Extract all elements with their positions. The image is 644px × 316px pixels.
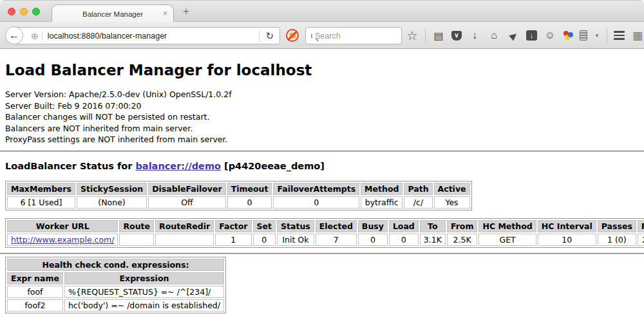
col-header: Status [277, 220, 314, 232]
col-header: Method [361, 183, 402, 195]
cell-fails: 2 (0) [638, 234, 644, 246]
new-tab-button[interactable]: + [183, 5, 189, 18]
search-box[interactable] [305, 27, 402, 44]
balancer-status-heading: LoadBalancer Status for balancer://demo … [5, 161, 639, 171]
back-button[interactable]: ← [5, 26, 23, 44]
search-icon [311, 33, 312, 39]
bookmarks-icon[interactable]: ▤ [432, 30, 445, 42]
browser-window: Balancer Manager × + ← ⊕ localhost:8880/… [0, 0, 644, 316]
col-header: To [420, 220, 446, 232]
notice-line: Balancers are NOT inherited from main se… [5, 123, 639, 135]
globe-icon: ⊕ [31, 31, 39, 41]
bookmark-star-icon[interactable]: ☆ [406, 28, 419, 43]
tab-balancer-manager[interactable]: Balancer Manager × [52, 5, 174, 23]
back-icon: ← [9, 30, 19, 41]
url-text[interactable]: localhost:8880/balancer-manager [48, 32, 260, 41]
server-built-line: Server Built: Feb 9 2016 07:00:20 [5, 100, 639, 112]
table-title-row: Health check cond. expressions: [7, 259, 224, 271]
cell-failoverattempts: 0 [273, 196, 359, 209]
divider [42, 30, 43, 42]
col-header: Expr name [7, 272, 63, 284]
cell-expr-name: foof [7, 286, 63, 298]
worker-url-link[interactable]: http://www.example.com/ [11, 235, 114, 245]
col-header: Route [119, 220, 154, 232]
col-header: Factor [215, 220, 251, 232]
col-header: DisableFailover [148, 183, 225, 195]
col-header: FailoverAttempts [273, 183, 359, 195]
page-title: Load Balancer Manager for localhost [5, 62, 639, 79]
title-bar: Balancer Manager × + [0, 0, 644, 22]
cell-expression: %{REQUEST_STATUS} =~ /^[234]/ [64, 286, 224, 298]
extension-dots-icon[interactable] [563, 30, 573, 41]
tab-close-icon[interactable]: × [163, 9, 167, 18]
col-header: Set [253, 220, 276, 232]
col-header: Timeout [227, 183, 272, 195]
cell-expression: hc('body') =~ /domain is established/ [64, 299, 224, 311]
address-bar[interactable]: ⊕ localhost:8880/balancer-manager ↻ [15, 27, 280, 44]
col-header: From [447, 220, 478, 232]
navigation-toolbar: ← ⊕ localhost:8880/balancer-manager ↻ ☆ … [0, 22, 644, 49]
cell-maxmembers: 6 [1 Used] [7, 196, 75, 209]
cell-expr-name: foof2 [7, 299, 63, 311]
col-header: StickySession [77, 183, 147, 195]
hamburger-menu-icon[interactable] [614, 31, 625, 40]
send-tab-icon[interactable]: ▶ [505, 27, 522, 43]
table-row: http://www.example.com/ 1 0 Init Ok 7 0 … [7, 234, 644, 246]
col-header: Load [389, 220, 419, 232]
chat-icon[interactable]: ☺ [544, 30, 556, 41]
col-header: Passes [598, 220, 636, 232]
cell-hc-interval: 10 [538, 234, 596, 246]
downloads-icon[interactable]: ↓ [468, 30, 481, 41]
server-info: Server Version: Apache/2.5.0-dev (Unix) … [5, 89, 639, 145]
table-row: foof2 hc('body') =~ /domain is establish… [7, 299, 224, 311]
cell-status: Init Ok [277, 234, 314, 246]
health-check-table: Health check cond. expressions: Expr nam… [5, 257, 226, 313]
toolbar-icon-row: ☆ ▤ ∨ ↓ ⌂ ▶ ↓ ☺ ▾ ▦ [406, 22, 643, 49]
divider [425, 28, 426, 42]
blocked-content-icon[interactable] [286, 29, 299, 42]
col-header: HC Interval [538, 220, 596, 232]
col-header: Path [404, 183, 432, 195]
cell-elected: 7 [316, 234, 357, 246]
table-header-row: Worker URL Route RouteRedir Factor Set S… [7, 220, 644, 232]
table-header-row: Expr name Expression [7, 272, 224, 284]
cell-set: 0 [253, 234, 276, 246]
table-row: foof %{REQUEST_STATUS} =~ /^[234]/ [7, 286, 224, 298]
cell-route [119, 234, 154, 246]
pocket-icon[interactable]: ∨ [451, 31, 462, 41]
chevron-down-icon[interactable]: ▾ [594, 32, 600, 39]
col-header: RouteRedir [155, 220, 214, 232]
search-input[interactable] [315, 32, 419, 41]
col-header: Fails [638, 220, 644, 232]
cell-to: 3.1K [420, 234, 446, 246]
cell-active: Yes [434, 196, 470, 209]
divider [607, 28, 607, 42]
cell-disablefailover: Off [148, 196, 225, 209]
cell-worker-url: http://www.example.com/ [7, 234, 118, 246]
reload-icon[interactable]: ↻ [260, 30, 279, 42]
cell-passes: 1 (0) [598, 234, 636, 246]
heading-suffix: [p4420eeae_demo] [224, 161, 325, 171]
cell-path: /c/ [404, 196, 432, 209]
cell-routeredir [155, 234, 214, 246]
cell-busy: 0 [358, 234, 388, 246]
col-header: MaxMembers [7, 183, 75, 195]
cell-timeout: 0 [227, 196, 272, 209]
cell-method: bytraffic [361, 196, 402, 209]
divider [0, 253, 644, 254]
notice-line: Balancer changes will NOT be persisted o… [5, 111, 639, 123]
server-version-line: Server Version: Apache/2.5.0-dev (Unix) … [5, 89, 639, 100]
window-minimize-button[interactable] [20, 8, 28, 15]
home-icon[interactable]: ⌂ [488, 30, 500, 41]
save-page-icon[interactable]: ↓ [526, 30, 537, 41]
cell-hc-method: GET [478, 234, 536, 246]
window-close-button[interactable] [8, 8, 15, 15]
clipboard-extension-icon[interactable] [580, 30, 587, 41]
table-header-row: MaxMembers StickySession DisableFailover… [7, 183, 470, 195]
balancer-link[interactable]: balancer://demo [135, 161, 221, 171]
window-zoom-button[interactable] [32, 8, 40, 15]
col-header: Busy [358, 220, 388, 232]
tab-groups-icon[interactable]: ▦ [631, 29, 644, 42]
cell-load: 0 [389, 234, 419, 246]
col-header: HC Method [478, 220, 536, 232]
